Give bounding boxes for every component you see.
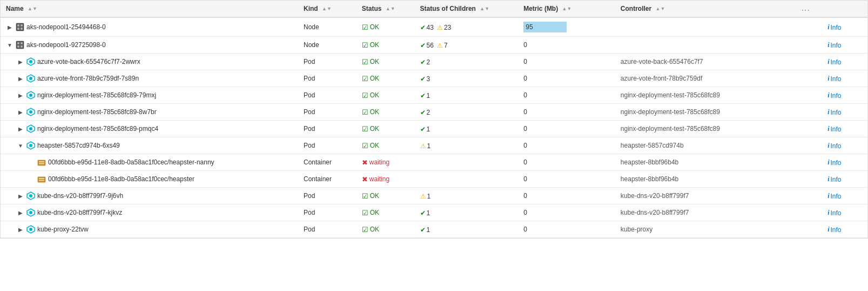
sort-icon-name[interactable]: ▲▼ [28, 6, 37, 11]
sort-icon-kind[interactable]: ▲▼ [322, 6, 332, 11]
dots-cell [796, 137, 822, 154]
info-link[interactable]: i Info [827, 23, 841, 31]
info-link[interactable]: i Info [827, 108, 841, 116]
sort-icon-metric[interactable]: ▲▼ [562, 6, 572, 11]
info-cell[interactable]: i Info [822, 104, 867, 121]
kind-cell: Container [298, 154, 356, 171]
expand-button[interactable]: ▶ [17, 58, 24, 65]
info-cell[interactable]: i Info [822, 70, 867, 87]
status-label: OK [370, 209, 379, 216]
svg-rect-1 [17, 24, 19, 27]
controller-cell: nginx-deployment-test-785c68fc89 [615, 87, 796, 104]
expand-button[interactable]: ▼ [17, 142, 24, 149]
metric-cell: 95 [518, 17, 615, 37]
info-cell[interactable]: i Info [822, 171, 867, 188]
svg-rect-24 [39, 163, 44, 164]
info-cell[interactable]: i Info [822, 17, 867, 37]
dots-cell [796, 188, 822, 204]
col-header-controller[interactable]: Controller ▲▼ [615, 1, 796, 17]
table-row: ▶ nginx-deployment-test-785c68fc89-79mxj… [1, 87, 867, 104]
info-link[interactable]: i Info [827, 91, 841, 100]
info-link[interactable]: i Info [827, 158, 841, 167]
col-header-status[interactable]: Status ▲▼ [356, 1, 415, 17]
children-cell [415, 154, 519, 171]
sort-icon-children[interactable]: ▲▼ [480, 6, 489, 11]
dots-cell [796, 37, 822, 54]
info-cell[interactable]: i Info [822, 154, 867, 171]
info-link[interactable]: i Info [827, 175, 841, 183]
controller-cell: azure-vote-back-655476c7f7 [615, 54, 796, 70]
children-ok: ✔ 1 [420, 125, 430, 133]
children-cell: ⚠ 1 [415, 137, 519, 154]
check-icon: ☑ [362, 142, 368, 150]
name-cell: ▶ kube-dns-v20-b8ff799f7-9j6vh [1, 188, 298, 204]
row-name-text: 00fd6bbb-e95d-11e8-8adb-0a58ac1f0cec/hea… [48, 175, 194, 183]
info-i-icon: i [827, 41, 829, 49]
check-icon: ☑ [362, 108, 368, 116]
controller-cell: nginx-deployment-test-785c68fc89 [615, 121, 796, 137]
info-link[interactable]: i Info [827, 125, 841, 133]
table-row: ▶ azure-vote-front-78b9c759df-7s89nPod☑O… [1, 70, 867, 87]
col-header-info [822, 1, 867, 17]
info-cell[interactable]: i Info [822, 221, 867, 238]
col-header-name[interactable]: Name ▲▼ [1, 1, 298, 17]
info-i-icon: i [827, 226, 829, 234]
check-icon: ☑ [362, 91, 368, 100]
expand-button[interactable]: ▶ [17, 209, 24, 216]
row-name-text: kube-dns-v20-b8ff799f7-9j6vh [37, 192, 123, 200]
info-i-icon: i [827, 23, 829, 31]
expand-button[interactable]: ▶ [17, 192, 24, 200]
main-table-container: Name ▲▼ Kind ▲▼ Status ▲▼ Status of Chil… [0, 0, 868, 239]
expand-button[interactable]: ▶ [17, 108, 24, 116]
expand-button[interactable]: ▶ [17, 91, 24, 99]
table-header-row: Name ▲▼ Kind ▲▼ Status ▲▼ Status of Chil… [1, 1, 867, 17]
info-cell[interactable]: i Info [822, 87, 867, 104]
controller-cell: azure-vote-front-78b9c759df [615, 70, 796, 87]
pod-icon [26, 141, 35, 150]
pod-icon [26, 225, 35, 234]
status-cell: ☑OK [356, 204, 415, 221]
metric-bar: 95 [523, 22, 567, 32]
svg-point-11 [29, 60, 32, 63]
info-cell[interactable]: i Info [822, 137, 867, 154]
expand-button[interactable]: ▶ [17, 226, 24, 233]
info-cell[interactable]: i Info [822, 54, 867, 70]
info-cell[interactable]: i Info [822, 204, 867, 221]
kind-cell: Pod [298, 87, 356, 104]
col-header-kind[interactable]: Kind ▲▼ [298, 1, 356, 17]
pod-icon [26, 91, 35, 100]
info-cell[interactable]: i Info [822, 188, 867, 204]
info-link[interactable]: i Info [827, 58, 841, 66]
children-cell: ✔ 43⚠ 23 [415, 17, 519, 37]
svg-point-33 [29, 228, 32, 231]
check-icon: ☑ [362, 23, 368, 31]
info-link[interactable]: i Info [827, 41, 841, 49]
col-header-metric[interactable]: Metric (Mb) ▲▼ [518, 1, 615, 17]
expand-button[interactable]: ▶ [17, 75, 24, 82]
expand-button[interactable]: ▶ [6, 23, 14, 31]
controller-cell: kube-dns-v20-b8ff799f7 [615, 188, 796, 204]
info-cell[interactable]: i Info [822, 37, 867, 54]
row-name-text: nginx-deployment-test-785c68fc89-8w7br [37, 108, 157, 116]
info-link[interactable]: i Info [827, 142, 841, 150]
info-link[interactable]: i Info [827, 192, 841, 200]
expand-button[interactable]: ▼ [6, 41, 14, 49]
col-header-children[interactable]: Status of Children ▲▼ [415, 1, 519, 17]
name-cell: ▶ aks-nodepool1-25494468-0 [1, 17, 298, 37]
table-row: ▼ heapster-5857cd974b-6xs49Pod☑OK⚠ 10hea… [1, 137, 867, 154]
sort-icon-status[interactable]: ▲▼ [386, 6, 395, 11]
pod-icon [26, 124, 35, 133]
svg-rect-23 [39, 161, 44, 162]
status-cell: ✖waiting [356, 154, 415, 171]
info-link[interactable]: i Info [827, 209, 841, 217]
info-cell[interactable]: i Info [822, 121, 867, 137]
status-label: waiting [369, 175, 389, 183]
expand-button[interactable]: ▶ [17, 125, 24, 133]
check-icon: ✔ [420, 125, 426, 133]
info-link[interactable]: i Info [827, 75, 841, 83]
sort-icon-controller[interactable]: ▲▼ [656, 6, 665, 11]
info-i-icon: i [827, 175, 829, 183]
row-name-text: nginx-deployment-test-785c68fc89-pmqc4 [37, 125, 158, 133]
info-link[interactable]: i Info [827, 226, 841, 234]
name-cell: ▶ azure-vote-back-655476c7f7-2wwrx [1, 54, 298, 70]
